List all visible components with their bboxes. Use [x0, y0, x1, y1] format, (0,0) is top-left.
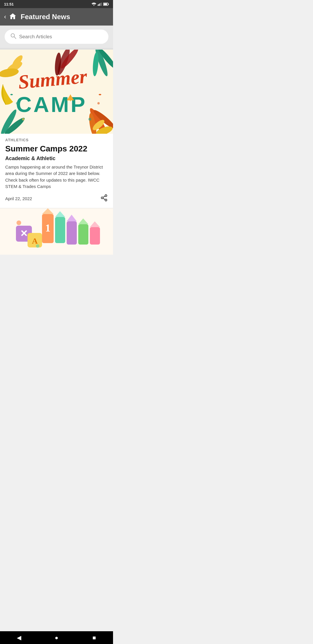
svg-rect-3 [100, 3, 101, 6]
home-button[interactable] [9, 13, 17, 21]
svg-point-36 [101, 197, 103, 199]
svg-rect-51 [90, 227, 100, 245]
svg-rect-6 [108, 3, 109, 5]
svg-text:A: A [32, 236, 38, 245]
article-body: ATHLETICS Summer Camps 2022 Academic & A… [0, 134, 113, 208]
svg-rect-0 [98, 5, 98, 6]
article-card[interactable]: Summer CAMP ATHLETICS Summer Camps 2022 [0, 50, 113, 208]
back-button[interactable]: ‹ [4, 14, 6, 20]
svg-point-37 [105, 199, 107, 201]
article-subtitle: Academic & Athletic [5, 155, 108, 162]
svg-rect-49 [78, 224, 88, 245]
svg-text:✕: ✕ [20, 228, 28, 239]
article-footer: April 22, 2022 [5, 194, 108, 203]
articles-list: Summer CAMP ATHLETICS Summer Camps 2022 [0, 50, 113, 255]
signal-icon [98, 3, 102, 6]
nav-icons: ‹ [4, 13, 17, 21]
search-input[interactable] [19, 34, 103, 40]
svg-point-8 [11, 34, 14, 37]
app-header: ‹ Featured News [0, 8, 113, 26]
svg-point-35 [105, 195, 107, 197]
svg-point-56 [36, 244, 39, 248]
svg-rect-7 [104, 3, 107, 5]
article-category: ATHLETICS [5, 138, 108, 142]
svg-rect-47 [67, 221, 77, 245]
svg-rect-2 [99, 3, 100, 6]
status-left: 11:51 [4, 2, 14, 6]
svg-line-39 [103, 196, 105, 197]
status-bar: 11:51 [0, 0, 113, 8]
article-excerpt: Camps happening at or around the Treynor… [5, 164, 108, 190]
home-icon [9, 13, 17, 20]
svg-marker-46 [55, 211, 65, 217]
svg-point-31 [16, 102, 19, 105]
search-container [0, 26, 113, 48]
svg-text:1: 1 [45, 222, 50, 234]
svg-marker-48 [67, 215, 77, 221]
svg-line-9 [14, 37, 16, 39]
article-date: April 22, 2022 [5, 196, 32, 201]
search-bar[interactable] [5, 30, 108, 44]
svg-marker-52 [90, 221, 100, 227]
status-time: 11:51 [4, 2, 14, 6]
svg-rect-45 [55, 217, 65, 243]
svg-rect-4 [101, 3, 102, 6]
article-image: Summer CAMP [0, 50, 113, 134]
svg-point-32 [97, 102, 100, 104]
svg-marker-43 [42, 208, 54, 214]
article-preview-card[interactable]: ✕ 1 A [0, 208, 113, 255]
page-title: Featured News [21, 13, 109, 21]
svg-point-34 [88, 118, 91, 121]
share-button[interactable] [100, 194, 108, 203]
svg-line-38 [103, 198, 105, 199]
wifi-icon [92, 3, 96, 6]
svg-point-55 [17, 220, 21, 225]
battery-icon [103, 3, 109, 6]
article-title: Summer Camps 2022 [5, 144, 108, 154]
svg-point-33 [22, 118, 24, 120]
article-preview-image: ✕ 1 A [0, 208, 113, 255]
svg-marker-50 [78, 218, 88, 224]
svg-rect-1 [99, 4, 99, 6]
svg-text:CAMP: CAMP [16, 92, 87, 117]
search-icon [10, 33, 16, 40]
status-right [92, 3, 109, 6]
